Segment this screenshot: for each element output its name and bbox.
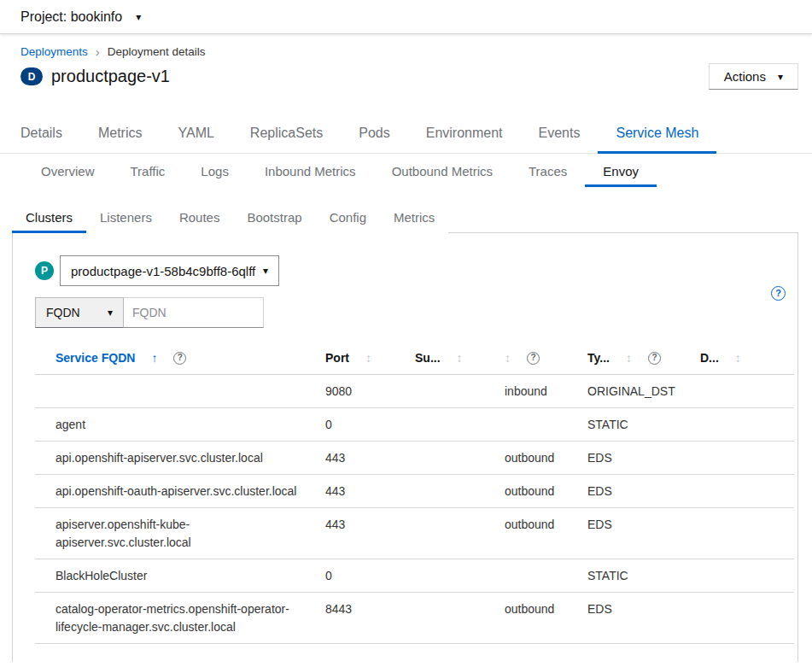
envoy-clusters-panel: ? P productpage-v1-58b4c9bff8-6qlff ▾ FQ… xyxy=(12,233,798,662)
tab-bootstrap[interactable]: Bootstrap xyxy=(233,187,315,233)
column-header-direction[interactable]: ↕? xyxy=(505,342,587,375)
tab-metrics[interactable]: Metrics xyxy=(80,98,161,153)
tab-envoy[interactable]: Envoy xyxy=(585,154,657,187)
cell-port: 443 xyxy=(325,475,415,508)
cell-subset xyxy=(415,408,505,442)
tab-traces[interactable]: Traces xyxy=(511,154,585,187)
fqdn-filter-input[interactable] xyxy=(124,297,264,328)
cell-destination-rule xyxy=(700,508,794,559)
cell-destination-rule xyxy=(700,442,794,475)
envoy-section: ClustersListenersRoutesBootstrapConfigMe… xyxy=(12,187,798,662)
cell-destination-rule xyxy=(700,475,794,508)
tab-outbound-metrics[interactable]: Outbound Metrics xyxy=(374,154,511,187)
tab-listeners[interactable]: Listeners xyxy=(86,187,166,233)
cell-type: EDS xyxy=(587,508,700,559)
tab-routes[interactable]: Routes xyxy=(166,187,234,233)
tab-config[interactable]: Config xyxy=(316,187,380,233)
column-header-service-fqdn[interactable]: Service FQDN↑? xyxy=(35,342,325,375)
breadcrumb-link-deployments[interactable]: Deployments xyxy=(20,45,88,58)
chevron-down-icon: ▾ xyxy=(778,72,783,82)
cell-direction xyxy=(505,408,587,442)
chevron-down-icon: ▾ xyxy=(136,12,141,22)
cell-service-fqdn: apiserver.openshift-kube-apiserver.svc.c… xyxy=(35,508,325,559)
tab-details[interactable]: Details xyxy=(3,98,80,153)
pod-selector-value: productpage-v1-58b4c9bff8-6qlff xyxy=(71,264,255,278)
app-root: Project: bookinfo ▾ Deployments › Deploy… xyxy=(0,0,812,667)
cell-service-fqdn: catalog-operator-metrics.openshift-opera… xyxy=(35,593,325,644)
column-label: Service FQDN xyxy=(55,351,135,365)
column-header-subset[interactable]: Su...↕ xyxy=(415,342,505,375)
filter-field-label: FQDN xyxy=(46,306,80,319)
cell-type: STATIC xyxy=(587,408,700,442)
tab-metrics[interactable]: Metrics xyxy=(380,187,448,233)
cell-port: 443 xyxy=(325,508,415,559)
project-selector-label: Project: bookinfo xyxy=(20,9,122,25)
sort-icon[interactable]: ↕ xyxy=(626,352,632,364)
breadcrumb: Deployments › Deployment details xyxy=(20,44,798,59)
cell-direction: outbound xyxy=(505,508,587,559)
project-selector[interactable]: Project: bookinfo ▾ xyxy=(20,9,141,25)
column-help-icon[interactable]: ? xyxy=(527,352,540,365)
sort-icon[interactable]: ↕ xyxy=(735,352,741,364)
sort-icon[interactable]: ↕ xyxy=(365,352,371,364)
filter-row: FQDN ▾ xyxy=(35,297,794,328)
table-row: apiserver.openshift-kube-apiserver.svc.c… xyxy=(35,508,794,559)
tab-environment[interactable]: Environment xyxy=(408,98,521,153)
table-row: catalog-operator-metrics.openshift-opera… xyxy=(35,593,794,644)
sort-ascending-icon[interactable]: ↑ xyxy=(151,352,157,364)
cell-service-fqdn: api.openshift-apiserver.svc.cluster.loca… xyxy=(35,442,325,475)
tab-replicasets[interactable]: ReplicaSets xyxy=(232,98,341,153)
tab-inbound-metrics[interactable]: Inbound Metrics xyxy=(247,154,374,187)
tab-traffic[interactable]: Traffic xyxy=(113,154,184,187)
pod-selector-row: P productpage-v1-58b4c9bff8-6qlff ▾ xyxy=(35,255,794,286)
cell-destination-rule xyxy=(700,408,794,442)
table-row: BlackHoleCluster0STATIC xyxy=(35,559,794,593)
masthead: Project: bookinfo ▾ xyxy=(0,0,812,34)
column-help-icon[interactable]: ? xyxy=(648,352,661,365)
tab-events[interactable]: Events xyxy=(521,98,599,153)
column-header-port[interactable]: Port↕ xyxy=(325,342,415,375)
tab-service-mesh[interactable]: Service Mesh xyxy=(598,98,716,153)
column-header-destination-rule[interactable]: D...↕ xyxy=(700,342,794,375)
column-help-icon[interactable]: ? xyxy=(173,352,186,365)
cell-subset xyxy=(415,375,505,408)
cell-direction: outbound xyxy=(505,475,587,508)
tab-yaml[interactable]: YAML xyxy=(160,98,231,153)
tab-pods[interactable]: Pods xyxy=(341,98,407,153)
chevron-down-icon: ▾ xyxy=(263,266,268,276)
column-header-type[interactable]: Ty...↕? xyxy=(587,342,700,375)
cell-destination-rule xyxy=(700,559,794,593)
cell-subset xyxy=(415,593,505,644)
tab-logs[interactable]: Logs xyxy=(183,154,247,187)
cell-type: EDS xyxy=(587,442,700,475)
cell-type: EDS xyxy=(587,593,700,644)
cell-subset xyxy=(415,559,505,593)
actions-button[interactable]: Actions ▾ xyxy=(709,63,798,90)
pod-badge: P xyxy=(35,261,54,280)
cell-subset xyxy=(415,508,505,559)
column-label: Su... xyxy=(415,351,441,365)
cell-destination-rule xyxy=(700,593,794,644)
breadcrumb-current: Deployment details xyxy=(108,45,206,58)
pod-selector[interactable]: productpage-v1-58b4c9bff8-6qlff ▾ xyxy=(60,255,279,286)
filter-field-dropdown[interactable]: FQDN ▾ xyxy=(35,297,124,328)
column-label: Port xyxy=(325,351,349,365)
help-icon[interactable]: ? xyxy=(771,286,786,301)
cell-port: 0 xyxy=(325,559,415,593)
tab-overview[interactable]: Overview xyxy=(23,154,113,187)
cell-destination-rule xyxy=(700,375,794,408)
cell-port: 443 xyxy=(325,442,415,475)
cell-service-fqdn: agent xyxy=(35,408,325,442)
cell-service-fqdn: api.openshift-oauth-apiserver.svc.cluste… xyxy=(35,475,325,508)
chevron-down-icon: ▾ xyxy=(108,307,113,318)
tab-clusters[interactable]: Clusters xyxy=(12,187,86,233)
cell-type: ORIGINAL_DST xyxy=(587,375,700,408)
page-title: D productpage-v1 xyxy=(20,67,170,86)
sort-icon[interactable]: ↕ xyxy=(505,352,511,364)
table-header-row: Service FQDN↑?Port↕Su...↕↕?Ty...↕?D...↕ xyxy=(35,342,794,375)
table-row: agent0STATIC xyxy=(35,408,794,442)
cell-port: 0 xyxy=(325,408,415,442)
sort-icon[interactable]: ↕ xyxy=(457,352,463,364)
tab-bar-filler xyxy=(448,187,798,233)
resource-tabs: DetailsMetricsYAMLReplicaSetsPodsEnviron… xyxy=(0,98,812,154)
